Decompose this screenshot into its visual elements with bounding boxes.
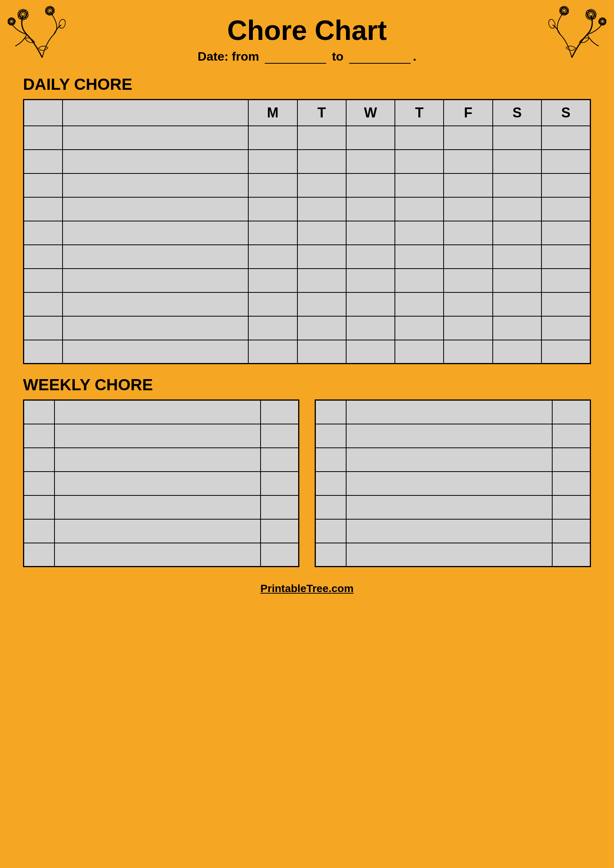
daily-row-day bbox=[444, 197, 492, 221]
daily-col-num bbox=[24, 100, 63, 126]
weekly-row-num bbox=[24, 424, 54, 448]
weekly-row bbox=[315, 448, 591, 472]
daily-row-name bbox=[63, 221, 248, 245]
date-to-label: to bbox=[332, 50, 343, 63]
daily-col-t1: T bbox=[297, 100, 346, 126]
daily-row-num bbox=[24, 245, 63, 269]
daily-row-day bbox=[297, 269, 346, 292]
weekly-half-right bbox=[315, 399, 591, 567]
daily-row-name bbox=[63, 269, 248, 292]
daily-row-day bbox=[346, 269, 395, 292]
daily-row-day bbox=[541, 292, 590, 316]
weekly-row bbox=[315, 424, 591, 448]
daily-row-day bbox=[297, 173, 346, 197]
weekly-row-check bbox=[552, 424, 591, 448]
weekly-row bbox=[315, 495, 591, 519]
daily-row-day bbox=[248, 221, 297, 245]
date-to-blank bbox=[349, 49, 411, 64]
weekly-row bbox=[315, 519, 591, 543]
daily-row-day bbox=[248, 197, 297, 221]
weekly-half-left bbox=[23, 399, 299, 567]
weekly-row-num bbox=[315, 543, 346, 567]
weekly-row-check bbox=[261, 472, 299, 495]
daily-row-day bbox=[297, 221, 346, 245]
weekly-row-num bbox=[24, 472, 54, 495]
weekly-row-check bbox=[552, 448, 591, 472]
footer: PrintableTree.com bbox=[23, 583, 591, 595]
weekly-table-right bbox=[315, 399, 591, 567]
daily-row-num bbox=[24, 126, 63, 150]
daily-row-num bbox=[24, 173, 63, 197]
weekly-row-check bbox=[552, 400, 591, 424]
daily-row-name bbox=[63, 245, 248, 269]
daily-row-day bbox=[395, 269, 444, 292]
daily-row-day bbox=[493, 221, 541, 245]
daily-row-day bbox=[541, 245, 590, 269]
daily-row-day bbox=[541, 150, 590, 173]
daily-col-s1: S bbox=[493, 100, 541, 126]
daily-row-day bbox=[346, 173, 395, 197]
weekly-row-check bbox=[261, 495, 299, 519]
daily-row-day bbox=[444, 245, 492, 269]
daily-row-day bbox=[541, 221, 590, 245]
weekly-row-check bbox=[261, 424, 299, 448]
weekly-row bbox=[24, 519, 299, 543]
daily-col-m: M bbox=[248, 100, 297, 126]
weekly-row-num bbox=[315, 495, 346, 519]
daily-row-day bbox=[493, 245, 541, 269]
svg-point-17 bbox=[10, 20, 13, 23]
daily-row-day bbox=[346, 197, 395, 221]
daily-row-day bbox=[444, 150, 492, 173]
daily-row-day bbox=[297, 197, 346, 221]
daily-row-num bbox=[24, 340, 63, 364]
weekly-row-num bbox=[24, 495, 54, 519]
daily-row-day bbox=[395, 173, 444, 197]
weekly-row-check bbox=[261, 448, 299, 472]
daily-row-day bbox=[395, 340, 444, 364]
weekly-row-num bbox=[24, 543, 54, 567]
daily-row-day bbox=[444, 221, 492, 245]
daily-row-day bbox=[541, 173, 590, 197]
daily-row-num bbox=[24, 292, 63, 316]
daily-row-num bbox=[24, 269, 63, 292]
footer-link[interactable]: PrintableTree.com bbox=[261, 583, 354, 594]
daily-row-num bbox=[24, 197, 63, 221]
daily-row-day bbox=[395, 126, 444, 150]
daily-row-day bbox=[444, 316, 492, 340]
daily-row-day bbox=[248, 269, 297, 292]
weekly-row bbox=[24, 424, 299, 448]
daily-row bbox=[24, 126, 591, 150]
daily-row-day bbox=[248, 340, 297, 364]
daily-row-day bbox=[248, 292, 297, 316]
daily-row-name bbox=[63, 292, 248, 316]
daily-row-day bbox=[493, 126, 541, 150]
daily-row-day bbox=[541, 316, 590, 340]
daily-row-day bbox=[493, 340, 541, 364]
daily-chore-label: DAILY CHORE bbox=[23, 75, 591, 94]
date-from-label: Date: from bbox=[198, 50, 259, 63]
weekly-row bbox=[315, 543, 591, 567]
daily-col-chore bbox=[63, 100, 248, 126]
weekly-row-name bbox=[346, 519, 552, 543]
daily-row-day bbox=[493, 173, 541, 197]
daily-row bbox=[24, 245, 591, 269]
daily-header-row: M T W T F S S bbox=[24, 100, 591, 126]
weekly-row-name bbox=[54, 543, 261, 567]
weekly-row bbox=[24, 495, 299, 519]
weekly-row-num bbox=[24, 519, 54, 543]
weekly-row-name bbox=[346, 495, 552, 519]
weekly-table-left bbox=[23, 399, 299, 567]
weekly-row bbox=[24, 543, 299, 567]
page-container: Chore Chart Date: from to . DAILY CHORE … bbox=[0, 0, 614, 868]
weekly-row bbox=[24, 472, 299, 495]
svg-point-15 bbox=[8, 17, 15, 26]
weekly-row-check bbox=[552, 495, 591, 519]
daily-row-day bbox=[297, 126, 346, 150]
daily-row-day bbox=[541, 197, 590, 221]
daily-row-day bbox=[297, 245, 346, 269]
weekly-row-num bbox=[315, 472, 346, 495]
weekly-row-check bbox=[261, 543, 299, 567]
daily-row bbox=[24, 269, 591, 292]
weekly-grid bbox=[23, 399, 591, 567]
daily-row-day bbox=[395, 221, 444, 245]
